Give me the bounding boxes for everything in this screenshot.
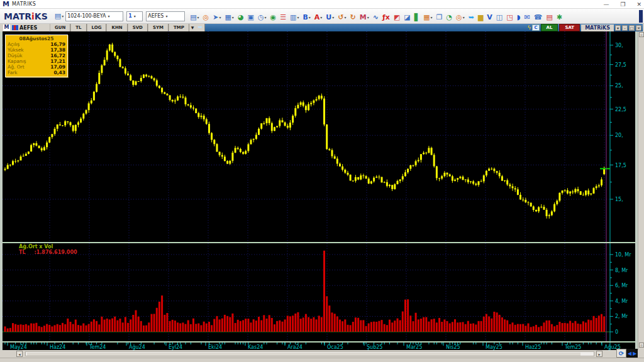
window-bottom-edge — [0, 358, 644, 362]
bold-icon[interactable]: B▾ — [303, 13, 310, 23]
chevron-down-icon[interactable]: ▾ — [134, 14, 136, 18]
undo-icon[interactable]: ↺▾ — [338, 13, 346, 23]
dropdown-caret[interactable]: ▾ — [297, 13, 299, 23]
price-pane[interactable]: 08Ağustos25 Açılış16,79 Yüksek17,38 Düşü… — [3, 31, 635, 242]
mail-icon[interactable]: ✉ — [524, 13, 530, 23]
c-badge-icon[interactable]: C — [532, 25, 539, 31]
volume-pane[interactable]: Ağ.Ort x Vol TL:1.876.619.000 10, Mr8, M… — [3, 243, 635, 341]
matriks-tv-icon[interactable]: M▾ — [360, 13, 369, 23]
font-color-icon[interactable]: A▾ — [314, 13, 323, 23]
close-button[interactable]: ✕ — [636, 1, 641, 8]
twitter-icon[interactable]: ➥ — [469, 13, 474, 23]
scroll-top-button[interactable]: ▫ — [639, 32, 644, 37]
lightning-icon[interactable]: ϟ — [527, 25, 531, 31]
depth-icon[interactable]: ☰ — [280, 13, 286, 23]
horizontal-scrollbar[interactable]: ◂ ▸ — [3, 350, 635, 358]
clock-icon[interactable]: ◷▾ — [258, 13, 267, 23]
dropdown-caret[interactable]: ▾ — [463, 13, 465, 23]
dropdown-caret[interactable]: ▾ — [320, 13, 322, 23]
dropdown-caret[interactable]: ▾ — [232, 13, 234, 23]
formula-icon[interactable]: ƒx — [382, 13, 390, 23]
volume-tick-label: 10, Mr — [615, 252, 631, 258]
video-icon[interactable]: V — [487, 13, 492, 23]
safe-icon[interactable]: ▦▾ — [423, 13, 432, 23]
maximize-button[interactable]: ❐ — [620, 1, 625, 8]
docked-panel-edge — [639, 10, 643, 23]
bell-icon[interactable]: ◗ — [517, 13, 521, 23]
globe-icon[interactable]: ◉ — [270, 13, 277, 23]
page-combo[interactable]: 1 ▾ — [126, 11, 143, 21]
traffic-light-icon[interactable]: ▋ — [414, 13, 419, 23]
pane-menu-button[interactable]: ▾ — [615, 25, 621, 31]
button-svd[interactable]: SVD — [128, 24, 148, 31]
buy-button[interactable]: AL — [541, 24, 558, 31]
dropdown-caret[interactable]: ▾ — [197, 13, 199, 23]
chart-symbol[interactable]: AEFES — [19, 25, 50, 31]
price-chart[interactable]: 30,27,525,22,520,17,515, — [3, 31, 635, 242]
community-icon[interactable]: ◪ — [404, 13, 410, 23]
pie-chart-icon[interactable]: ◕ — [238, 13, 244, 23]
minimize-button[interactable]: — — [603, 1, 609, 8]
pane-close-button[interactable]: ✕ — [636, 25, 641, 31]
currency-button-tl[interactable]: TL — [70, 24, 86, 31]
nav-right-icon[interactable]: ▶ — [633, 351, 636, 356]
nav-left-icon[interactable]: ◀ — [628, 351, 631, 356]
pane-minimize-button[interactable]: – — [622, 25, 628, 31]
month-label: Kas24 — [248, 344, 263, 350]
news-icon[interactable]: ❐ — [436, 13, 443, 23]
dropdown-caret[interactable]: ▾ — [219, 13, 221, 23]
dropdown-caret[interactable]: ▾ — [431, 13, 433, 23]
pane-maximize-button[interactable]: □ — [629, 25, 635, 31]
button-tmp[interactable]: TMP — [169, 24, 189, 31]
scroll-right-icon[interactable]: ▸ — [596, 351, 602, 357]
vertical-scrollbar[interactable]: ▫ ▫ — [638, 31, 644, 350]
chat-icon[interactable]: ▤ — [546, 13, 552, 23]
screener-icon[interactable]: ◳ — [506, 13, 513, 23]
dropdown-caret[interactable]: ▾ — [332, 13, 334, 23]
dropdown-caret[interactable]: ▾ — [265, 13, 267, 23]
volume-chart[interactable]: 10, Mr8, Mr6, Mr4, Mr2, Mr0 — [3, 243, 635, 341]
symbol-combo[interactable]: AEFES ▾ — [146, 11, 185, 21]
button-sym[interactable]: SYM — [148, 24, 169, 31]
chevron-down-icon[interactable]: ▼ — [189, 24, 196, 31]
scrollbar-track[interactable] — [25, 351, 594, 356]
voice-icon[interactable]: ◔ — [446, 13, 452, 23]
scrollbar-thumb[interactable] — [27, 353, 580, 356]
zoom-icon[interactable]: ◎ — [203, 13, 209, 23]
sync-icon[interactable]: ⟳ — [616, 349, 626, 358]
dropdown-caret[interactable]: ▾ — [62, 11, 64, 21]
redo-icon[interactable]: ↻ — [350, 13, 356, 23]
month-label: Haz24 — [50, 344, 65, 350]
scroll-bottom-button[interactable]: ▫ — [639, 343, 644, 348]
volume-bars-layer[interactable] — [4, 251, 606, 332]
chevron-down-icon[interactable]: ▾ — [108, 14, 110, 18]
gold-icon[interactable]: ▆ — [478, 13, 483, 23]
twitter-icon[interactable]: ➥ — [196, 24, 204, 31]
report-icon[interactable]: ◫ — [496, 13, 502, 23]
scale-button-log[interactable]: LOG — [87, 24, 107, 31]
mini-chart-icon[interactable]: ∿ — [373, 13, 379, 23]
dropdown-caret[interactable]: ▾ — [345, 13, 347, 23]
screen-icon[interactable]: ▣ — [247, 13, 253, 23]
workspace-combo[interactable]: 1024-100-BEYA ▾ — [65, 11, 123, 21]
chevron-down-icon[interactable]: ▾ — [165, 14, 167, 18]
dropdown-caret[interactable]: ▾ — [309, 13, 311, 23]
save-workspace-icon[interactable]: ▤▾ — [55, 11, 64, 21]
save-icon[interactable]: ▤▾ — [190, 13, 199, 23]
dropdown-caret[interactable]: ▾ — [367, 13, 369, 23]
period-button-gun[interactable]: GUN — [50, 24, 70, 31]
sell-button[interactable]: SAT — [559, 24, 580, 31]
analysts-icon[interactable]: ◩ — [394, 13, 400, 23]
candles-layer[interactable] — [4, 43, 606, 219]
underline-icon[interactable]: U▾ — [326, 13, 334, 23]
button-khn[interactable]: KHN — [106, 24, 127, 31]
book-icon[interactable]: ▥▾ — [290, 13, 299, 23]
scroll-left-icon[interactable]: ◂ — [16, 351, 23, 357]
pointer-icon[interactable]: ➤▾ — [213, 13, 221, 23]
ohlc-tooltip: 08Ağustos25 Açılış16,79 Yüksek17,38 Düşü… — [5, 35, 68, 77]
chart-type-icon[interactable]: ▦▾ — [225, 13, 233, 23]
volume-currency-label: TL — [19, 250, 26, 255]
search-icon[interactable]: ◎▾ — [456, 13, 465, 23]
settings-icon[interactable]: ✱ — [557, 13, 562, 23]
phone-icon[interactable]: ☎ — [534, 13, 543, 23]
